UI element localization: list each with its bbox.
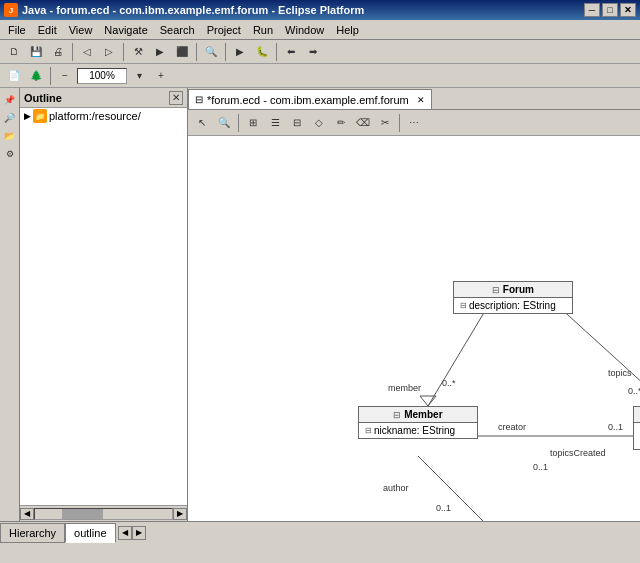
zoom-dropdown-icon[interactable]: ▾ [129,67,149,85]
member-attr-icon: ⊟ [365,426,372,435]
menu-search[interactable]: Search [154,22,201,38]
hierarchy-tab[interactable]: Hierarchy [0,523,65,543]
tree-folder-icon: 📁 [33,109,47,123]
menu-edit[interactable]: Edit [32,22,63,38]
menu-file[interactable]: File [2,22,32,38]
print-icon[interactable]: 🖨 [48,43,68,61]
left-nav-bar: 📌 🔎 📂 ⚙ [0,88,20,521]
save-icon[interactable]: 💾 [26,43,46,61]
menu-navigate[interactable]: Navigate [98,22,153,38]
tree-expand-icon[interactable]: ▶ [24,111,31,121]
diagram-canvas: member 0..* topics 0..* creator 0..1 top… [188,136,640,521]
diag-select-icon[interactable]: ↖ [192,114,212,132]
menu-window[interactable]: Window [279,22,330,38]
menu-view[interactable]: View [63,22,99,38]
svg-text:author: author [383,483,409,493]
forum-attr-label: description: EString [469,300,556,311]
svg-text:0..1: 0..1 [608,422,623,432]
separator-2 [123,43,124,61]
member-attr-label: nickname: EString [374,425,455,436]
back-icon[interactable]: ◁ [77,43,97,61]
menu-run[interactable]: Run [247,22,279,38]
tool-b[interactable]: ▶ [150,43,170,61]
forum-body: ⊟ description: EString [454,298,572,313]
diag-grid-icon[interactable]: ⊞ [243,114,263,132]
diag-tool1-icon[interactable]: ◇ [309,114,329,132]
outline-title: Outline [24,92,62,104]
svg-text:member: member [388,383,421,393]
tab-nav-right[interactable]: ▶ [132,526,146,540]
scroll-track[interactable] [34,508,173,520]
nav-back[interactable]: ⬅ [281,43,301,61]
member-stereotype-icon: ⊟ [393,410,401,420]
new-icon[interactable]: 🗋 [4,43,24,61]
diagram-area: ⊟ *forum.ecd - com.ibm.example.emf.forum… [188,88,640,521]
svg-text:0..*: 0..* [442,378,456,388]
zoom-in-icon[interactable]: + [151,67,171,85]
forward-icon[interactable]: ▷ [99,43,119,61]
left-icon-1[interactable]: 📌 [2,92,18,108]
svg-line-0 [428,306,488,406]
separator-4 [225,43,226,61]
forum-box[interactable]: ⊟ Forum ⊟ description: EString [453,281,573,314]
zoom-level[interactable]: 100% [77,68,127,84]
debug-icon[interactable]: 🐛 [252,43,272,61]
topic-body: ⊟ category: TopicCategory ⊟ title: EStri… [634,423,640,449]
hier-icon[interactable]: 🌲 [26,67,46,85]
diagram-toolbar: ↖ 🔍 ⊞ ☰ ⊟ ◇ ✏ ⌫ ✂ ⋯ [188,110,640,136]
diag-list-icon[interactable]: ☰ [265,114,285,132]
svg-text:0..1: 0..1 [436,503,451,513]
outline-tab[interactable]: outline [65,523,115,543]
zoom-out-icon[interactable]: − [55,67,75,85]
outline-icon[interactable]: 📄 [4,67,24,85]
member-box[interactable]: ⊟ Member ⊟ nickname: EString [358,406,478,439]
tab-nav-left[interactable]: ◀ [118,526,132,540]
tree-item-label: platform:/resource/ [49,110,141,122]
forum-name: Forum [503,284,534,295]
tool-a[interactable]: ⚒ [128,43,148,61]
diag-tool2-icon[interactable]: ✏ [331,114,351,132]
member-header: ⊟ Member [359,407,477,423]
outline-close[interactable]: ✕ [169,91,183,105]
outline-scrollbar: ◀ ▶ [20,505,187,521]
tab-nav-arrows: ◀ ▶ [118,526,146,540]
minimize-button[interactable]: ─ [584,3,600,17]
diag-tool3-icon[interactable]: ⌫ [353,114,373,132]
svg-text:creator: creator [498,422,526,432]
outline-tree[interactable]: ▶ 📁 platform:/resource/ [20,108,187,505]
diag-more-icon[interactable]: ⋯ [404,114,424,132]
menu-bar: File Edit View Navigate Search Project R… [0,20,640,40]
diagram-tab-close[interactable]: ✕ [417,95,425,105]
separator-1 [72,43,73,61]
search-icon[interactable]: 🔍 [201,43,221,61]
menu-help[interactable]: Help [330,22,365,38]
svg-text:0..*: 0..* [628,386,640,396]
member-body: ⊟ nickname: EString [359,423,477,438]
forum-attr-icon: ⊟ [460,301,467,310]
diag-zoom-icon[interactable]: 🔍 [214,114,234,132]
menu-project[interactable]: Project [201,22,247,38]
svg-line-4 [558,306,640,406]
diag-tool4-icon[interactable]: ✂ [375,114,395,132]
title-bar: J Java - forum.ecd - com.ibm.example.emf… [0,0,640,20]
topic-header: ⊟ Topic [634,407,640,423]
topic-box[interactable]: ⊟ Topic ⊟ category: TopicCategory ⊟ titl… [633,406,640,450]
forum-header: ⊟ Forum [454,282,572,298]
scroll-left-arrow[interactable]: ◀ [20,508,34,520]
diagram-tab[interactable]: ⊟ *forum.ecd - com.ibm.example.emf.forum… [188,89,432,109]
svg-text:0..1: 0..1 [533,462,548,472]
nav-fwd[interactable]: ➡ [303,43,323,61]
close-button[interactable]: ✕ [620,3,636,17]
tool-c[interactable]: ⬛ [172,43,192,61]
maximize-button[interactable]: □ [602,3,618,17]
left-icon-2[interactable]: 🔎 [2,110,18,126]
svg-text:topics: topics [608,368,632,378]
left-icon-4[interactable]: ⚙ [2,146,18,162]
left-icon-3[interactable]: 📂 [2,128,18,144]
scroll-thumb[interactable] [62,509,103,519]
outline-title-bar: Outline ✕ [20,88,187,108]
scroll-right-arrow[interactable]: ▶ [173,508,187,520]
tree-root-item[interactable]: ▶ 📁 platform:/resource/ [20,108,187,124]
diag-align-icon[interactable]: ⊟ [287,114,307,132]
run-icon[interactable]: ▶ [230,43,250,61]
